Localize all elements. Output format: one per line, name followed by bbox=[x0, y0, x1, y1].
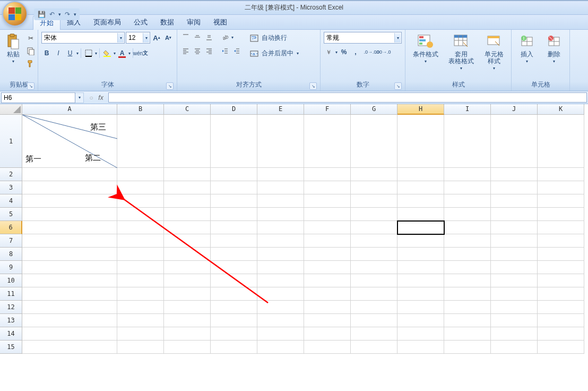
cell[interactable] bbox=[22, 274, 117, 287]
row-header[interactable]: 9 bbox=[0, 261, 22, 274]
cell[interactable] bbox=[397, 194, 444, 208]
cell[interactable] bbox=[22, 327, 117, 341]
increase-font-button[interactable]: A▴ bbox=[151, 32, 162, 43]
cell[interactable] bbox=[351, 115, 397, 168]
cell[interactable] bbox=[397, 274, 444, 287]
orientation-button[interactable]: ab bbox=[220, 32, 230, 42]
fill-dropdown-icon[interactable]: ▾ bbox=[114, 51, 116, 56]
undo-icon[interactable]: ↶ bbox=[48, 10, 56, 19]
cell[interactable] bbox=[304, 314, 351, 327]
row-header[interactable]: 14 bbox=[0, 327, 22, 341]
cell[interactable] bbox=[304, 274, 351, 287]
cell[interactable] bbox=[164, 181, 211, 194]
cell[interactable] bbox=[22, 208, 117, 221]
cell[interactable] bbox=[444, 208, 491, 221]
percent-format-button[interactable]: % bbox=[339, 47, 349, 57]
column-header[interactable]: G bbox=[351, 104, 397, 115]
cell[interactable] bbox=[444, 261, 491, 274]
cell[interactable] bbox=[351, 314, 397, 327]
align-right-button[interactable] bbox=[204, 46, 214, 56]
cell[interactable] bbox=[304, 221, 351, 234]
cell[interactable] bbox=[444, 168, 491, 181]
cell[interactable] bbox=[117, 274, 164, 287]
cell[interactable] bbox=[538, 287, 584, 301]
underline-button[interactable]: U bbox=[65, 48, 75, 58]
row-header[interactable]: 5 bbox=[0, 208, 22, 221]
cell[interactable] bbox=[444, 314, 491, 327]
cell[interactable] bbox=[491, 234, 538, 248]
cell[interactable] bbox=[538, 327, 584, 341]
column-header[interactable]: E bbox=[257, 104, 304, 115]
merge-dropdown-icon[interactable]: ▾ bbox=[297, 51, 299, 56]
decrease-font-button[interactable]: A▾ bbox=[163, 32, 174, 43]
cell[interactable] bbox=[22, 194, 117, 208]
cell[interactable] bbox=[444, 301, 491, 314]
row-header[interactable]: 6 bbox=[0, 221, 22, 234]
cell[interactable] bbox=[117, 115, 164, 168]
clipboard-dialog-launcher[interactable]: ↘ bbox=[27, 82, 34, 90]
cell[interactable] bbox=[304, 301, 351, 314]
border-button[interactable] bbox=[83, 48, 94, 58]
cell[interactable] bbox=[211, 287, 257, 301]
cell[interactable] bbox=[164, 327, 211, 341]
align-center-button[interactable] bbox=[192, 46, 203, 56]
row-header[interactable]: 1 bbox=[0, 115, 22, 168]
cell[interactable] bbox=[257, 181, 304, 194]
align-left-button[interactable] bbox=[180, 46, 191, 56]
name-box-dropdown[interactable]: ▾ bbox=[75, 92, 84, 103]
cell[interactable] bbox=[117, 208, 164, 221]
cell[interactable] bbox=[397, 341, 444, 354]
cell[interactable] bbox=[22, 314, 117, 327]
cell[interactable] bbox=[257, 341, 304, 354]
cell[interactable] bbox=[538, 248, 584, 261]
cell[interactable] bbox=[164, 301, 211, 314]
cell[interactable] bbox=[164, 314, 211, 327]
cell[interactable] bbox=[117, 194, 164, 208]
cell[interactable] bbox=[538, 341, 584, 354]
cell[interactable] bbox=[22, 221, 117, 234]
cell[interactable] bbox=[117, 221, 164, 234]
cell[interactable] bbox=[397, 181, 444, 194]
cell[interactable] bbox=[257, 194, 304, 208]
merge-center-button[interactable]: a 合并后居中 ▾ bbox=[247, 47, 317, 60]
cell[interactable] bbox=[351, 341, 397, 354]
delete-cells-button[interactable]: 删除▾ bbox=[543, 32, 565, 65]
row-header[interactable]: 12 bbox=[0, 301, 22, 314]
cell[interactable] bbox=[211, 168, 257, 181]
italic-button[interactable]: I bbox=[53, 48, 64, 58]
column-header[interactable]: H bbox=[397, 104, 444, 115]
column-header[interactable]: J bbox=[491, 104, 538, 115]
tab-formulas[interactable]: 公式 bbox=[127, 15, 154, 29]
align-top-button[interactable] bbox=[180, 32, 191, 42]
cell[interactable] bbox=[211, 248, 257, 261]
cell[interactable] bbox=[211, 341, 257, 354]
cell[interactable] bbox=[491, 287, 538, 301]
cell[interactable] bbox=[117, 327, 164, 341]
cell[interactable] bbox=[164, 115, 211, 168]
cell[interactable] bbox=[538, 261, 584, 274]
cell[interactable] bbox=[257, 248, 304, 261]
cell[interactable] bbox=[117, 234, 164, 248]
cell[interactable] bbox=[211, 221, 257, 234]
cell[interactable] bbox=[257, 327, 304, 341]
cell[interactable] bbox=[351, 168, 397, 181]
font-color-button[interactable]: A bbox=[117, 48, 127, 58]
cell[interactable] bbox=[117, 248, 164, 261]
cell[interactable] bbox=[211, 194, 257, 208]
cell[interactable] bbox=[397, 168, 444, 181]
column-header[interactable]: B bbox=[117, 104, 164, 115]
column-header[interactable]: I bbox=[444, 104, 491, 115]
ruby-button[interactable]: wén文 bbox=[135, 48, 146, 58]
column-header[interactable]: K bbox=[538, 104, 584, 115]
cell[interactable] bbox=[22, 341, 117, 354]
cell[interactable] bbox=[117, 314, 164, 327]
font-size-select[interactable]: 12▾ bbox=[126, 32, 150, 44]
cell[interactable] bbox=[164, 287, 211, 301]
cell[interactable] bbox=[211, 301, 257, 314]
cell[interactable] bbox=[491, 327, 538, 341]
number-format-select[interactable]: 常规▾ bbox=[324, 32, 402, 44]
cell[interactable] bbox=[211, 261, 257, 274]
tab-data[interactable]: 数据 bbox=[154, 15, 180, 29]
cell[interactable] bbox=[117, 341, 164, 354]
qat-customize-icon[interactable]: ▾ bbox=[74, 12, 76, 17]
